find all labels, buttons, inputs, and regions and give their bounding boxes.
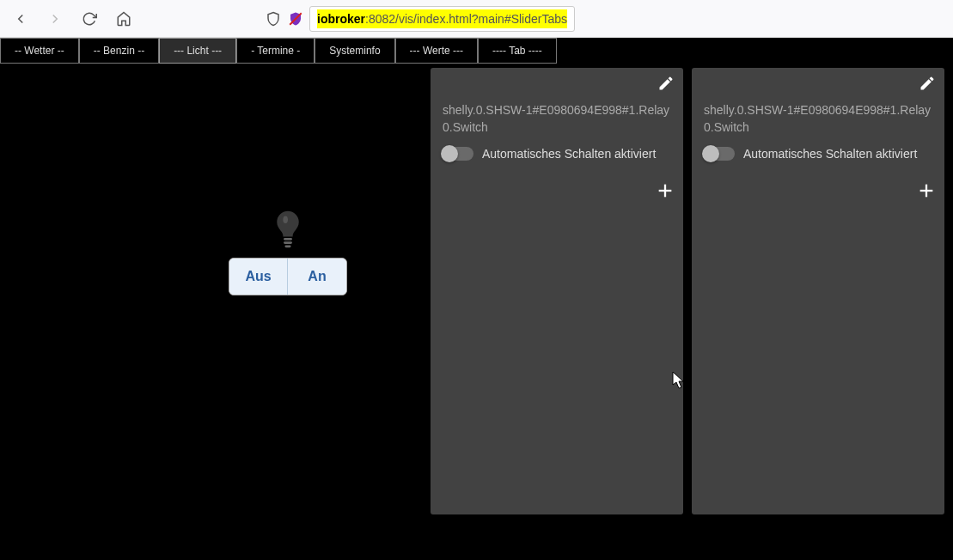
card-title: shelly.0.SHSW-1#E0980694E998#1.Relay0.Sw… — [443, 102, 671, 136]
forward-button[interactable] — [41, 5, 69, 33]
bulb-widget: Aus An — [223, 210, 352, 295]
card-title: shelly.0.SHSW-1#E0980694E998#1.Relay0.Sw… — [704, 102, 932, 136]
tracking-protection-icon[interactable] — [287, 10, 304, 27]
tab-benzin[interactable]: -- Benzin -- — [79, 38, 159, 64]
bulb-toggle: Aus An — [229, 258, 347, 295]
home-button[interactable] — [110, 5, 137, 33]
add-icon[interactable] — [656, 181, 675, 204]
auto-switch-toggle[interactable] — [704, 147, 735, 161]
url-path: :8082/vis/index.html?main#SliderTabs — [365, 12, 567, 26]
url-domain: iobroker — [317, 12, 365, 26]
tab-werte[interactable]: --- Werte --- — [395, 38, 478, 64]
edit-icon[interactable] — [919, 75, 936, 95]
tab-systeminfo[interactable]: Systeminfo — [315, 38, 394, 64]
switch-label: Automatisches Schalten aktiviert — [482, 146, 656, 161]
auto-switch-toggle[interactable] — [443, 147, 473, 161]
svg-point-1 — [283, 216, 288, 222]
tab-wetter[interactable]: -- Wetter -- — [0, 38, 79, 64]
bulb-off-button[interactable]: Aus — [229, 259, 288, 295]
tabs-row: -- Wetter -- -- Benzin -- --- Licht --- … — [0, 38, 953, 64]
url-bar[interactable]: iobroker:8082/vis/index.html?main#Slider… — [309, 6, 575, 32]
edit-icon[interactable] — [657, 75, 675, 95]
tab-tab[interactable]: ---- Tab ---- — [478, 38, 557, 64]
add-icon[interactable] — [917, 181, 936, 204]
svg-rect-3 — [284, 241, 292, 244]
card-0: shelly.0.SHSW-1#E0980694E998#1.Relay0.Sw… — [431, 68, 683, 514]
svg-rect-2 — [284, 238, 292, 240]
bulb-icon — [273, 210, 302, 249]
bulb-on-button[interactable]: An — [288, 259, 346, 295]
switch-label: Automatisches Schalten aktiviert — [743, 146, 917, 161]
card-1: shelly.0.SHSW-1#E0980694E998#1.Relay0.Sw… — [692, 68, 944, 514]
tab-licht[interactable]: --- Licht --- — [159, 38, 236, 64]
tab-termine[interactable]: - Termine - — [236, 38, 315, 64]
svg-rect-4 — [284, 245, 290, 247]
shield-icon[interactable] — [265, 10, 282, 27]
back-button[interactable] — [7, 5, 34, 33]
reload-button[interactable] — [76, 5, 103, 33]
